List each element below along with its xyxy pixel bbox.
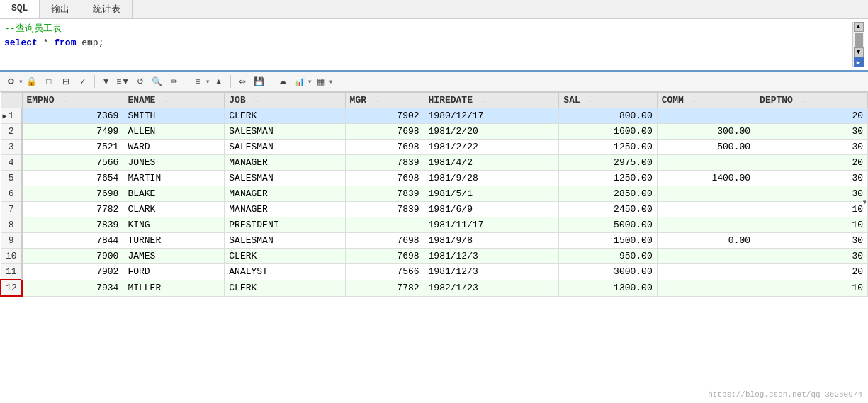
save-button[interactable]: 💾	[252, 74, 267, 89]
star-text: *	[43, 38, 55, 48]
comm-cell	[657, 155, 755, 171]
scroll-thumb[interactable]	[855, 33, 863, 47]
sql-editor: --查询员工表 select * from emp; ▲ ▼ ▶	[0, 19, 868, 72]
sal-cell: 2450.00	[559, 202, 657, 217]
deptno-cell: 10	[755, 280, 868, 296]
ename-cell: SMITH	[123, 108, 225, 124]
editor-scrollbar[interactable]: ▲ ▼ ▶	[852, 22, 864, 67]
blue-nav-button[interactable]: ▶	[854, 57, 864, 67]
sal-cell: 3000.00	[559, 264, 657, 280]
col-header-mgr[interactable]: MGR —	[345, 93, 424, 108]
col-header-job[interactable]: JOB —	[225, 93, 345, 108]
tab-sql[interactable]: SQL	[0, 0, 40, 18]
col-header-empno[interactable]: EMPNO —	[22, 93, 123, 108]
check-button[interactable]: ✓	[75, 74, 91, 89]
deptno-cell: 30	[755, 140, 868, 155]
col-header-hiredate[interactable]: HIREDATE —	[424, 93, 559, 108]
save-icon: 💾	[254, 76, 264, 86]
table-row[interactable]: 107900JAMESCLERK76981981/12/3▾950.0030	[1, 249, 868, 264]
table-row[interactable]: ▶17369SMITHCLERK79021980/12/17▾800.0020	[1, 108, 868, 124]
empno-cell: 7844	[22, 233, 123, 249]
col-header-comm[interactable]: COMM —	[657, 93, 755, 108]
search-button[interactable]: 🔍	[150, 74, 165, 89]
data-table-container[interactable]: EMPNO — ENAME — JOB — MGR — HIREDATE — S…	[0, 92, 868, 403]
tab-stats[interactable]: 统计表	[81, 0, 133, 18]
comm-cell	[657, 108, 755, 124]
data-table: EMPNO — ENAME — JOB — MGR — HIREDATE — S…	[0, 92, 868, 297]
sql-code-line: select * from emp;	[4, 36, 852, 50]
job-cell: MANAGER	[225, 186, 345, 202]
sal-sort-icon: —	[589, 97, 593, 105]
table-row[interactable]: 77782CLARKMANAGER78391981/6/9▾2450.0010	[1, 202, 868, 217]
copy-button[interactable]: ⊟	[58, 74, 74, 89]
scroll-down-arrow[interactable]: ▼	[854, 47, 864, 57]
up-button[interactable]: ≡▼	[115, 74, 131, 89]
sal-cell: 1250.00	[559, 171, 657, 186]
hiredate-sort-icon: —	[481, 97, 485, 105]
settings-dropdown-arrow[interactable]: ▼	[19, 79, 23, 85]
lock-button[interactable]: 🔒	[24, 74, 40, 89]
ename-cell: MILLER	[123, 280, 225, 296]
deptno-cell: 10	[755, 217, 868, 233]
connect-button[interactable]: ⇔	[235, 74, 250, 89]
import-button[interactable]: ▲	[211, 74, 227, 89]
table-row[interactable]: 127934MILLERCLERK77821982/1/23▾1300.0010	[1, 280, 868, 296]
sal-cell: 1500.00	[559, 233, 657, 249]
import-icon: ▲	[215, 76, 223, 86]
new-button[interactable]: □	[41, 74, 57, 89]
mgr-cell: 7839	[345, 186, 424, 202]
table-row[interactable]: 67698BLAKEMANAGER78391981/5/1▾2850.0030	[1, 186, 868, 202]
refresh-icon: ↺	[137, 76, 144, 86]
grid-dropdown-arrow[interactable]: ▼	[329, 79, 332, 85]
settings-button[interactable]: ⚙	[3, 74, 18, 89]
tab-output[interactable]: 输出	[40, 0, 81, 18]
row-num-cell: 10	[1, 249, 22, 264]
edit-button[interactable]: ✏	[167, 74, 182, 89]
mgr-cell: 7698	[345, 171, 424, 186]
mgr-sort-icon: —	[375, 97, 379, 105]
comm-cell: 500.00	[657, 140, 755, 155]
table-row[interactable]: 47566JONESMANAGER78391981/4/2▾2975.0020	[1, 155, 868, 171]
sal-cell: 2975.00	[559, 155, 657, 171]
job-cell: MANAGER	[225, 202, 345, 217]
table-row[interactable]: 57654MARTINSALESMAN76981981/9/28▾1250.00…	[1, 171, 868, 186]
table-row[interactable]: 97844TURNERSALESMAN76981981/9/8▾1500.000…	[1, 233, 868, 249]
col-header-ename[interactable]: ENAME —	[123, 93, 225, 108]
sql-code[interactable]: --查询员工表 select * from emp;	[4, 22, 852, 67]
row-num-cell: 6	[1, 186, 22, 202]
table-header-row: EMPNO — ENAME — JOB — MGR — HIREDATE — S…	[1, 93, 868, 108]
mgr-cell: 7698	[345, 124, 424, 140]
col-header-sal[interactable]: SAL —	[559, 93, 657, 108]
sep4	[271, 75, 271, 88]
sal-cell: 2850.00	[559, 186, 657, 202]
chart-dropdown-arrow[interactable]: ▼	[308, 79, 312, 85]
cloud-button[interactable]: ☁	[275, 74, 291, 89]
export-dropdown-arrow[interactable]: ▼	[206, 79, 210, 85]
chart-button[interactable]: 📊	[292, 74, 308, 89]
grid-button[interactable]: ▦	[312, 74, 328, 89]
deptno-cell: 20	[755, 264, 868, 280]
export-button[interactable]: ≡	[190, 74, 205, 89]
hiredate-dropdown-icon: ▾	[863, 198, 867, 205]
scroll-up-arrow[interactable]: ▲	[854, 22, 864, 32]
down-icon: ▼	[102, 76, 111, 86]
ename-cell: ALLEN	[123, 124, 225, 140]
table-row[interactable]: 37521WARDSALESMAN76981981/2/22▾1250.0050…	[1, 140, 868, 155]
down-button[interactable]: ▼	[98, 74, 114, 89]
main-container: SQL 输出 统计表 --查询员工表 select * from emp; ▲ …	[0, 0, 868, 403]
comm-cell	[657, 202, 755, 217]
ename-sort-icon: —	[164, 97, 168, 105]
sep2	[186, 75, 186, 88]
table-row[interactable]: 87839KINGPRESIDENT1981/11/17▾5000.0010	[1, 217, 868, 233]
col-header-deptno[interactable]: DEPTNO —	[755, 93, 868, 108]
table-row[interactable]: 27499ALLENSALESMAN76981981/2/20▾1600.003…	[1, 124, 868, 140]
sep1	[94, 75, 95, 88]
row-num-cell: 9	[1, 233, 22, 249]
hiredate-cell: 1981/6/9▾	[424, 202, 559, 217]
refresh-button[interactable]: ↺	[133, 74, 148, 89]
table-row[interactable]: 117902FORDANALYST75661981/12/3▾3000.0020	[1, 264, 868, 280]
job-cell: ANALYST	[225, 264, 345, 280]
hiredate-cell: 1981/2/22▾	[424, 140, 559, 155]
mgr-cell: 7698	[345, 140, 424, 155]
mgr-cell: 7782	[345, 280, 424, 296]
